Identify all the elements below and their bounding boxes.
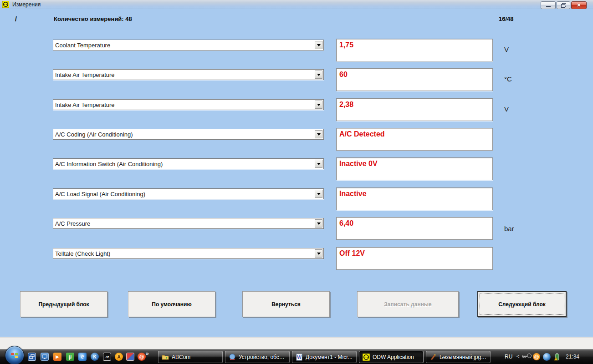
hidden-icons-chevron[interactable]: <: [516, 354, 519, 359]
chevron-down-icon[interactable]: [315, 190, 322, 198]
chevron-down-icon[interactable]: [315, 160, 322, 168]
measurement-count-label: Количество измерений: 48: [54, 15, 132, 22]
measurement-unit: bar: [504, 225, 514, 233]
seven-zip-icon[interactable]: 7z: [103, 353, 111, 361]
measurement-select[interactable]: A/C Pressure: [53, 218, 324, 229]
measurement-select-label: A/C Information Switch (Air Conditioning…: [53, 161, 315, 167]
measurement-value-field[interactable]: 60: [336, 68, 493, 91]
utorrent-icon[interactable]: µ: [66, 353, 74, 361]
measurement-select[interactable]: Coolant Temperature: [53, 40, 324, 51]
aimp-icon[interactable]: A: [115, 353, 123, 361]
restore-button[interactable]: [557, 1, 570, 9]
measurement-value-field[interactable]: Off 12V: [336, 247, 493, 270]
next-block-button[interactable]: Следующий блок: [477, 291, 567, 317]
measurement-value: Inactive: [339, 190, 367, 197]
save-data-button[interactable]: Записать данные: [357, 291, 459, 317]
prev-block-button[interactable]: Предыдущий блок: [20, 291, 107, 317]
chevron-down-icon[interactable]: [315, 249, 322, 258]
measurement-value: 1,75: [339, 41, 353, 49]
taskbar-item-odw-application[interactable]: ODW Application: [359, 351, 424, 363]
taskbar-item-image-file[interactable]: Безымянный.jpg -...: [426, 351, 491, 363]
measurement-unit: V: [504, 46, 509, 53]
measurement-value-field[interactable]: Inactive: [336, 187, 493, 210]
svg-text:W: W: [297, 355, 302, 360]
windows-flag-icon: [10, 351, 19, 360]
measurement-value: 6,40: [339, 219, 353, 227]
measurement-select-label: Intake Air Temperature: [53, 71, 315, 78]
language-indicator[interactable]: RU: [505, 354, 512, 360]
taskbar-item-word-document[interactable]: W Документ1 - Micr...: [292, 351, 357, 363]
measurement-unit: V: [504, 105, 509, 113]
odw-app-icon: [363, 354, 370, 361]
measurement-select-label: A/C Coding (Air Conditioning): [53, 131, 315, 138]
measurement-value-field[interactable]: 6,40: [336, 217, 493, 240]
mailru-tray-icon[interactable]: @: [533, 353, 540, 360]
mailru-agent-icon[interactable]: @: [138, 353, 146, 361]
measurement-value: A/C Detected: [339, 130, 385, 138]
measurement-select[interactable]: A/C Load Signal (Air Conditioning): [53, 188, 324, 199]
measurement-select[interactable]: A/C Information Switch (Air Conditioning…: [53, 158, 324, 169]
taskbar-item-ustroystvo[interactable]: Устройство, обсл...: [225, 351, 290, 363]
kmplayer-icon[interactable]: K: [91, 353, 99, 361]
measurement-value: Inactive 0V: [339, 160, 378, 167]
window-switcher-icon[interactable]: [28, 353, 36, 361]
measurement-select[interactable]: Intake Air Temperature: [53, 69, 324, 80]
measurement-value-field[interactable]: Inactive 0V: [336, 157, 493, 180]
header-slash: /: [15, 15, 17, 23]
folder-icon: [162, 354, 169, 361]
chevron-down-icon[interactable]: [315, 219, 322, 228]
measurement-value: 2,38: [339, 101, 353, 108]
internet-explorer-icon[interactable]: e: [78, 353, 87, 361]
network-sphere-icon[interactable]: [543, 353, 551, 361]
chevron-down-icon[interactable]: [315, 101, 322, 109]
measurement-value-field[interactable]: 1,75: [336, 39, 493, 61]
key-icon[interactable]: [522, 353, 532, 359]
image-editor-icon[interactable]: [126, 353, 134, 361]
measurement-select[interactable]: A/C Coding (Air Conditioning): [53, 129, 324, 140]
measurement-select[interactable]: Telltale (Check Light): [53, 248, 324, 259]
measurement-unit: °C: [504, 75, 512, 83]
back-button[interactable]: Вернуться: [242, 291, 330, 317]
page-indicator: 16/48: [499, 15, 514, 22]
measurement-select-label: A/C Load Signal (Air Conditioning): [53, 191, 315, 197]
globe-document-icon: [229, 354, 236, 361]
taskbar: ▶ µ e K 7z A @ » ABCom Устройство, обсл.…: [0, 349, 593, 364]
quick-launch-overflow-chevron[interactable]: »: [146, 350, 149, 357]
minimize-icon: [546, 6, 551, 7]
measurement-value: Off 12V: [339, 249, 365, 257]
measurement-select-label: Intake Air Temperature: [53, 101, 315, 108]
measurement-select[interactable]: Intake Air Temperature: [53, 99, 324, 110]
measurement-value-field[interactable]: A/C Detected: [336, 128, 493, 151]
minimize-button[interactable]: [541, 1, 556, 9]
chevron-down-icon[interactable]: [315, 71, 322, 79]
title-bar: Измерения ✕: [0, 0, 593, 9]
window-title: Измерения: [12, 1, 41, 8]
close-icon: ✕: [577, 3, 581, 8]
defaults-button[interactable]: По умолчанию: [128, 291, 215, 317]
app-window: Измерения ✕ / Количество измерений: 48 1…: [0, 0, 593, 364]
clock[interactable]: 21:34: [566, 354, 579, 360]
start-button[interactable]: [5, 346, 24, 364]
measurement-value-field[interactable]: 2,38: [336, 98, 493, 121]
taskbar-item-abcom[interactable]: ABCom: [158, 351, 223, 363]
status-strip: [0, 337, 593, 349]
chevron-down-icon[interactable]: [315, 41, 322, 49]
chevron-down-icon[interactable]: [315, 130, 322, 138]
measurement-select-label: Telltale (Check Light): [53, 250, 315, 257]
paintbrush-icon: [429, 354, 437, 361]
restore-icon: [561, 3, 566, 8]
measurement-value: 60: [339, 71, 348, 78]
remote-display-icon[interactable]: [41, 353, 49, 361]
power-warning-icon[interactable]: [554, 353, 561, 361]
measurement-select-label: Coolant Temperature: [53, 42, 315, 49]
odw-app-icon[interactable]: [2, 1, 9, 8]
media-player-icon[interactable]: ▶: [53, 353, 61, 361]
close-button[interactable]: ✕: [571, 1, 587, 9]
word-icon: W: [296, 354, 303, 361]
measurement-select-label: A/C Pressure: [53, 220, 315, 227]
